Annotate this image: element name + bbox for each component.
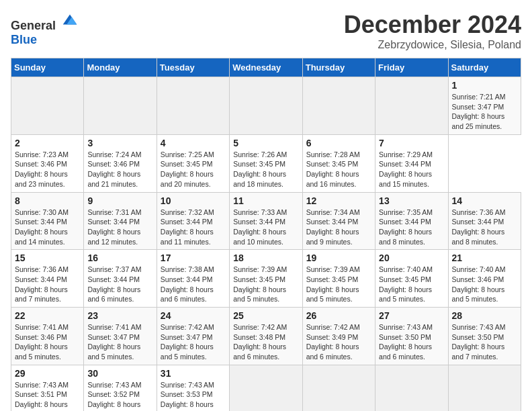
day-info: Sunrise: 7:29 AM Sunset: 3:44 PM Dayligh… [379,150,444,189]
day-number: 6 [306,138,371,148]
sunrise-time: Sunrise: 7:39 AM [306,265,360,273]
calendar-cell [302,77,375,135]
calendar-cell: 26 Sunrise: 7:42 AM Sunset: 3:49 PM Dayl… [302,308,375,365]
day-number: 3 [87,138,152,148]
calendar-table: SundayMondayTuesdayWednesdayThursdayFrid… [11,58,521,411]
sunrise-time: Sunrise: 7:34 AM [306,208,360,216]
calendar-cell: 21 Sunrise: 7:40 AM Sunset: 3:46 PM Dayl… [448,250,521,308]
day-info: Sunrise: 7:38 AM Sunset: 3:44 PM Dayligh… [161,265,226,304]
sunrise-time: Sunrise: 7:33 AM [233,208,287,216]
day-number: 9 [87,195,152,206]
calendar-cell: 2 Sunrise: 7:23 AM Sunset: 3:46 PM Dayli… [11,134,84,192]
sunset-time: Sunset: 3:45 PM [161,160,213,168]
sunset-time: Sunset: 3:45 PM [306,160,359,168]
sunrise-time: Sunrise: 7:40 AM [452,265,506,273]
day-header-saturday: Saturday [448,58,521,77]
daylight-hours: Daylight: 8 hours and 5 minutes. [161,342,214,361]
day-info: Sunrise: 7:41 AM Sunset: 3:47 PM Dayligh… [87,322,152,362]
calendar-cell [157,77,229,135]
sunrise-time: Sunrise: 7:40 AM [379,265,433,273]
sunrise-time: Sunrise: 7:30 AM [15,208,69,216]
day-info: Sunrise: 7:39 AM Sunset: 3:45 PM Dayligh… [306,265,371,304]
sunset-time: Sunset: 3:46 PM [87,160,140,168]
day-header-tuesday: Tuesday [157,58,229,77]
sunset-time: Sunset: 3:44 PM [87,275,140,283]
daylight-hours: Daylight: 8 hours and 5 minutes. [452,285,505,304]
day-info: Sunrise: 7:30 AM Sunset: 3:44 PM Dayligh… [15,208,80,247]
calendar-cell [375,365,448,411]
sunset-time: Sunset: 3:52 PM [87,390,140,398]
daylight-hours: Daylight: 8 hours and 7 minutes. [452,342,505,361]
day-info: Sunrise: 7:35 AM Sunset: 3:44 PM Dayligh… [379,208,444,247]
day-info: Sunrise: 7:31 AM Sunset: 3:44 PM Dayligh… [87,208,152,247]
sunrise-time: Sunrise: 7:32 AM [161,208,214,216]
calendar-cell: 7 Sunrise: 7:29 AM Sunset: 3:44 PM Dayli… [375,134,448,192]
day-info: Sunrise: 7:40 AM Sunset: 3:46 PM Dayligh… [452,265,517,304]
calendar-cell: 23 Sunrise: 7:41 AM Sunset: 3:47 PM Dayl… [84,308,157,365]
sunrise-time: Sunrise: 7:23 AM [15,150,69,158]
day-number: 26 [306,310,371,321]
day-info: Sunrise: 7:28 AM Sunset: 3:45 PM Dayligh… [306,150,371,189]
daylight-hours: Daylight: 8 hours and 6 minutes. [233,342,286,361]
calendar-cell: 5 Sunrise: 7:26 AM Sunset: 3:45 PM Dayli… [230,134,302,192]
daylight-hours: Daylight: 8 hours and 7 minutes. [15,285,68,304]
daylight-hours: Daylight: 8 hours and 8 minutes. [379,228,432,246]
calendar-cell: 14 Sunrise: 7:36 AM Sunset: 3:44 PM Dayl… [448,192,521,250]
calendar-cell: 3 Sunrise: 7:24 AM Sunset: 3:46 PM Dayli… [84,134,157,192]
month-title: December 2024 [344,11,521,39]
calendar-cell: 18 Sunrise: 7:39 AM Sunset: 3:45 PM Dayl… [230,250,302,308]
sunrise-time: Sunrise: 7:41 AM [15,323,69,331]
day-info: Sunrise: 7:23 AM Sunset: 3:46 PM Dayligh… [15,150,80,189]
daylight-hours: Daylight: 8 hours and 11 minutes. [161,228,214,246]
sunrise-time: Sunrise: 7:36 AM [15,265,69,273]
day-number: 30 [87,368,152,379]
sunrise-time: Sunrise: 7:43 AM [15,381,69,389]
day-header-sunday: Sunday [11,58,84,77]
sunset-time: Sunset: 3:44 PM [306,218,359,226]
calendar-cell: 9 Sunrise: 7:31 AM Sunset: 3:44 PM Dayli… [84,192,157,250]
sunrise-time: Sunrise: 7:43 AM [87,381,141,389]
days-header-row: SundayMondayTuesdayWednesdayThursdayFrid… [11,58,521,77]
calendar-cell: 15 Sunrise: 7:36 AM Sunset: 3:44 PM Dayl… [11,250,84,308]
calendar-cell: 25 Sunrise: 7:42 AM Sunset: 3:48 PM Dayl… [230,308,302,365]
sunset-time: Sunset: 3:53 PM [161,390,213,398]
day-info: Sunrise: 7:42 AM Sunset: 3:47 PM Dayligh… [161,322,226,362]
daylight-hours: Daylight: 8 hours and 8 minutes. [452,228,505,246]
daylight-hours: Daylight: 8 hours and 6 minutes. [306,342,359,361]
day-info: Sunrise: 7:43 AM Sunset: 3:53 PM Dayligh… [161,380,226,411]
day-number: 1 [452,80,517,91]
calendar-cell: 24 Sunrise: 7:42 AM Sunset: 3:47 PM Dayl… [157,308,229,365]
day-info: Sunrise: 7:36 AM Sunset: 3:44 PM Dayligh… [15,265,80,304]
calendar-cell [302,365,375,411]
sunset-time: Sunset: 3:44 PM [87,218,140,226]
day-info: Sunrise: 7:33 AM Sunset: 3:44 PM Dayligh… [233,208,298,247]
day-header-monday: Monday [84,58,157,77]
calendar-cell: 29 Sunrise: 7:43 AM Sunset: 3:51 PM Dayl… [11,365,84,411]
day-info: Sunrise: 7:26 AM Sunset: 3:45 PM Dayligh… [233,150,298,189]
day-info: Sunrise: 7:42 AM Sunset: 3:48 PM Dayligh… [233,322,298,362]
sunrise-time: Sunrise: 7:29 AM [379,150,433,158]
sunset-time: Sunset: 3:47 PM [452,103,504,111]
calendar-cell: 28 Sunrise: 7:43 AM Sunset: 3:50 PM Dayl… [448,308,521,365]
sunset-time: Sunset: 3:44 PM [161,218,213,226]
calendar-cell [375,77,448,135]
sunset-time: Sunset: 3:44 PM [452,218,504,226]
title-section: December 2024 Zebrzydowice, Silesia, Pol… [344,11,521,51]
day-number: 10 [161,195,226,206]
calendar-cell: 16 Sunrise: 7:37 AM Sunset: 3:44 PM Dayl… [84,250,157,308]
daylight-hours: Daylight: 8 hours and 14 minutes. [15,228,68,246]
calendar-cell [448,365,521,411]
day-number: 23 [87,310,152,321]
sunset-time: Sunset: 3:50 PM [452,333,504,341]
daylight-hours: Daylight: 8 hours and 8 minutes. [15,400,68,411]
week-row-5: 22 Sunrise: 7:41 AM Sunset: 3:46 PM Dayl… [11,308,521,365]
calendar-cell: 8 Sunrise: 7:30 AM Sunset: 3:44 PM Dayli… [11,192,84,250]
day-number: 8 [15,195,80,206]
sunset-time: Sunset: 3:46 PM [15,333,67,341]
location-title: Zebrzydowice, Silesia, Poland [344,39,521,51]
week-row-1: 1 Sunrise: 7:21 AM Sunset: 3:47 PM Dayli… [11,77,521,135]
day-info: Sunrise: 7:24 AM Sunset: 3:46 PM Dayligh… [87,150,152,189]
sunrise-time: Sunrise: 7:21 AM [452,93,506,101]
day-info: Sunrise: 7:39 AM Sunset: 3:45 PM Dayligh… [233,265,298,304]
day-info: Sunrise: 7:43 AM Sunset: 3:50 PM Dayligh… [379,322,444,362]
